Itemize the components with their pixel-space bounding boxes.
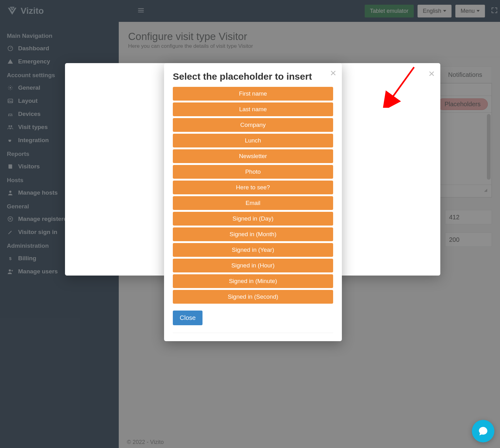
chat-icon bbox=[478, 426, 489, 437]
placeholder-option[interactable]: Newsletter bbox=[173, 149, 333, 163]
placeholder-list: First nameLast nameCompanyLunchNewslette… bbox=[173, 87, 333, 304]
placeholder-option[interactable]: Lunch bbox=[173, 134, 333, 147]
close-icon[interactable]: × bbox=[330, 67, 336, 78]
placeholder-option[interactable]: Last name bbox=[173, 102, 333, 116]
modal-title: Select the placeholder to insert bbox=[173, 71, 333, 82]
placeholder-option[interactable]: First name bbox=[173, 87, 333, 101]
placeholder-option[interactable]: Email bbox=[173, 196, 333, 210]
placeholder-option[interactable]: Signed in (Second) bbox=[173, 290, 333, 304]
placeholder-option[interactable]: Signed in (Day) bbox=[173, 212, 333, 226]
placeholder-modal: × Select the placeholder to insert First… bbox=[164, 63, 342, 341]
placeholder-option[interactable]: Company bbox=[173, 118, 333, 132]
chat-launcher[interactable] bbox=[472, 420, 494, 442]
placeholder-option[interactable]: Here to see? bbox=[173, 181, 333, 194]
placeholder-option[interactable]: Signed in (Year) bbox=[173, 243, 333, 257]
close-icon[interactable]: × bbox=[428, 67, 435, 80]
placeholder-option[interactable]: Signed in (Month) bbox=[173, 227, 333, 241]
placeholder-option[interactable]: Photo bbox=[173, 165, 333, 179]
placeholder-option[interactable]: Signed in (Minute) bbox=[173, 274, 333, 288]
modal-close-button[interactable]: Close bbox=[173, 311, 202, 325]
placeholder-option[interactable]: Signed in (Hour) bbox=[173, 259, 333, 272]
